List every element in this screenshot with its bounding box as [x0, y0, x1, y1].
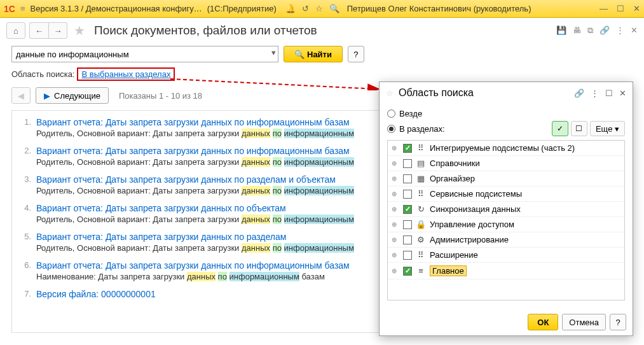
section-icon: ⚙	[416, 235, 426, 244]
search-icon[interactable]: 🔍	[329, 4, 339, 13]
section-icon: ⠿	[416, 143, 426, 153]
save-icon[interactable]: 💾	[556, 25, 566, 36]
tree-label: Справочники	[430, 158, 480, 168]
tree-label: Синхронизация данных	[430, 204, 521, 214]
popup-more-icon[interactable]: ⋮	[591, 88, 599, 98]
ok-button[interactable]: ОК	[528, 314, 558, 330]
checkbox[interactable]: ✓	[403, 267, 412, 276]
app-version: Версия 3.1.3 / Демонстрационная конфигу…	[31, 4, 202, 13]
scope-link[interactable]: В выбранных разделах	[81, 69, 170, 79]
tree-label: Расширение	[430, 250, 478, 260]
cancel-button[interactable]: Отмена	[562, 314, 606, 330]
help-button[interactable]: ?	[348, 46, 364, 62]
checkbox[interactable]: ✓	[403, 144, 412, 153]
expand-icon[interactable]: ⊕	[392, 251, 399, 258]
popup-maximize-icon[interactable]: ☐	[605, 88, 613, 98]
radio-everywhere[interactable]: Везде	[387, 106, 625, 121]
tree-label: Управление доступом	[430, 220, 514, 229]
results-count: Показаны 1 - 10 из 18	[119, 91, 202, 101]
expand-icon[interactable]: ⊕	[392, 160, 399, 167]
result-number: 3.	[21, 174, 31, 195]
tree-row[interactable]: ⊕✓≡Главное	[388, 263, 624, 279]
radio-sections[interactable]: В разделах:	[387, 122, 445, 136]
page-title: Поиск документов, файлов или отчетов	[94, 24, 317, 38]
checkbox[interactable]	[403, 251, 412, 260]
tree-row[interactable]: ⊕🔒Управление доступом	[388, 217, 624, 232]
section-icon: ▦	[416, 174, 426, 183]
expand-icon[interactable]: ⊕	[392, 206, 399, 213]
find-label: Найти	[307, 50, 332, 59]
logo-1c: 1C	[4, 4, 15, 14]
radio-label: Везде	[399, 109, 422, 118]
searchbar: ▾ 🔍 Найти ?	[0, 43, 644, 65]
scope-link-highlight: В выбранных разделах	[77, 67, 175, 81]
more-button[interactable]: Еще ▾	[590, 121, 625, 136]
more-icon[interactable]: ⋮	[616, 25, 624, 36]
popup-star-icon[interactable]: ☆	[386, 88, 394, 98]
bell-icon[interactable]: 🔔	[285, 4, 296, 13]
close-tab-icon[interactable]: ✕	[631, 25, 638, 36]
section-icon: 🔒	[416, 220, 426, 229]
print-icon[interactable]: 🖶	[573, 25, 581, 36]
tree-row[interactable]: ⊕▦Органайзер	[388, 171, 624, 187]
tree-row[interactable]: ⊕▤Справочники	[388, 156, 624, 171]
checkbox[interactable]	[403, 190, 412, 199]
prev-page-button[interactable]: ◀	[11, 87, 31, 104]
result-number: 4.	[21, 203, 31, 224]
scope-label: Область поиска:	[11, 69, 74, 79]
copy-icon[interactable]: ⧉	[587, 25, 593, 36]
popup-title: Область поиска	[399, 87, 569, 99]
expand-icon[interactable]: ⊕	[392, 236, 399, 243]
check-all-button[interactable]: ✓	[552, 121, 568, 136]
checkbox[interactable]	[403, 236, 412, 244]
star-icon[interactable]: ☆	[315, 4, 323, 13]
close-icon[interactable]: ✕	[633, 4, 640, 13]
scope-popup: ☆ Область поиска 🔗 ⋮ ☐ ✕ Везде В раздела…	[379, 81, 633, 336]
minimize-icon[interactable]: —	[599, 4, 608, 13]
tree-row[interactable]: ⊕⠿Сервисные подсистемы	[388, 187, 624, 202]
history-icon[interactable]: ↺	[302, 4, 309, 13]
tree-row[interactable]: ⊕⠿Расширение	[388, 248, 624, 263]
expand-icon[interactable]: ⊕	[392, 175, 399, 182]
user-name: Петрищев Олег Константинович (руководите…	[345, 4, 594, 13]
section-icon: ≡	[416, 266, 426, 276]
next-page-button[interactable]: ▶ Следующие	[36, 87, 109, 104]
back-button[interactable]: ←	[29, 22, 48, 39]
search-input[interactable]	[11, 46, 278, 62]
popup-close-icon[interactable]: ✕	[619, 88, 626, 98]
maximize-icon[interactable]: ☐	[617, 4, 624, 13]
popup-help-button[interactable]: ?	[610, 314, 626, 330]
expand-icon[interactable]: ⊕	[392, 267, 399, 274]
tree-row[interactable]: ⊕✓↻Синхронизация данных	[388, 202, 624, 217]
tree-label: Органайзер	[430, 174, 475, 183]
expand-icon[interactable]: ⊕	[392, 144, 399, 151]
app-name: (1С:Предприятие)	[207, 4, 277, 13]
favorite-star-icon[interactable]: ★	[74, 23, 85, 38]
sections-tree: ⊕✓⠿Интегрируемые подсистемы (часть 2)⊕▤С…	[387, 140, 625, 300]
checkbox[interactable]	[403, 220, 412, 229]
section-icon: ↻	[416, 204, 426, 214]
uncheck-all-button[interactable]: ☐	[571, 121, 587, 136]
tree-row[interactable]: ⊕⚙Администрирование	[388, 232, 624, 248]
result-number: 7.	[21, 289, 31, 299]
tree-label: Администрирование	[430, 235, 509, 244]
checkbox[interactable]: ✓	[403, 205, 412, 214]
tree-label: Интегрируемые подсистемы (часть 2)	[430, 143, 575, 153]
result-number: 6.	[21, 260, 31, 281]
radio-label: В разделах:	[399, 124, 445, 134]
popup-link-icon[interactable]: 🔗	[574, 88, 584, 98]
menu-icon[interactable]: ≡	[20, 4, 25, 13]
link-icon[interactable]: 🔗	[599, 25, 610, 36]
radio-icon	[387, 109, 395, 118]
section-icon: ⠿	[416, 189, 426, 199]
find-button[interactable]: 🔍 Найти	[284, 46, 343, 62]
tree-label: Главное	[430, 265, 467, 276]
checkbox[interactable]	[403, 159, 412, 168]
home-button[interactable]: ⌂	[6, 22, 25, 39]
expand-icon[interactable]: ⊕	[392, 221, 399, 228]
expand-icon[interactable]: ⊕	[392, 190, 399, 197]
forward-button[interactable]: →	[48, 22, 67, 39]
checkbox[interactable]	[403, 174, 412, 183]
result-number: 1.	[21, 117, 31, 138]
tree-row[interactable]: ⊕✓⠿Интегрируемые подсистемы (часть 2)	[388, 141, 624, 156]
